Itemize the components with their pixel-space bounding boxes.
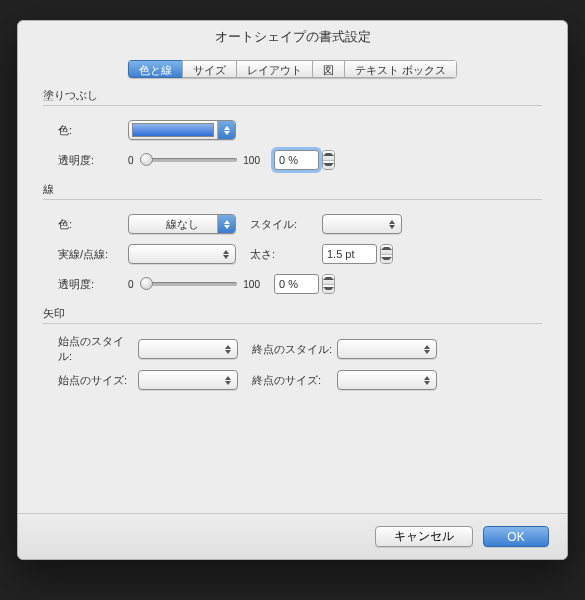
line-transparency-field[interactable]: 0 %: [274, 274, 319, 294]
tab-bar: 色と線 サイズ レイアウト 図 テキスト ボックス: [18, 60, 567, 78]
line-weight-field[interactable]: 1.5 pt: [322, 244, 377, 264]
dialog-title: オートシェイプの書式設定: [18, 21, 567, 46]
tab-color-line[interactable]: 色と線: [128, 60, 182, 78]
updown-icon: [383, 215, 401, 233]
fill-transparency-slider[interactable]: 0 100: [128, 155, 260, 166]
begin-size-popup[interactable]: [138, 370, 238, 390]
fill-color-swatch: [132, 123, 214, 137]
begin-size-label: 始点のサイズ:: [43, 373, 138, 388]
end-style-label: 終点のスタイル:: [252, 342, 337, 357]
end-style-popup[interactable]: [337, 339, 437, 359]
begin-style-label: 始点のスタイル:: [43, 334, 138, 364]
end-size-label: 終点のサイズ:: [252, 373, 337, 388]
updown-icon: [219, 371, 237, 389]
arrows-section-title: 矢印: [43, 306, 542, 321]
line-style-popup[interactable]: [322, 214, 402, 234]
line-color-label: 色:: [43, 217, 128, 232]
fill-section-title: 塗りつぶし: [43, 88, 542, 103]
dialog-footer: キャンセル OK: [18, 513, 567, 559]
fill-transparency-field[interactable]: 0 %: [274, 150, 319, 170]
updown-icon: [219, 340, 237, 358]
cancel-button[interactable]: キャンセル: [375, 526, 473, 547]
line-weight-stepper[interactable]: [380, 244, 393, 264]
updown-icon: [418, 371, 436, 389]
tab-size[interactable]: サイズ: [182, 60, 236, 78]
line-section-title: 線: [43, 182, 542, 197]
format-autoshape-dialog: オートシェイプの書式設定 色と線 サイズ レイアウト 図 テキスト ボックス 塗…: [17, 20, 568, 560]
tab-textbox[interactable]: テキスト ボックス: [344, 60, 457, 78]
line-weight-label: 太さ:: [250, 247, 322, 262]
updown-icon: [217, 245, 235, 263]
fill-transparency-stepper[interactable]: [322, 150, 335, 170]
tab-picture[interactable]: 図: [312, 60, 344, 78]
line-color-popup[interactable]: 線なし: [128, 214, 236, 234]
ok-button[interactable]: OK: [483, 526, 549, 547]
updown-icon: [418, 340, 436, 358]
fill-color-popup[interactable]: [128, 120, 236, 140]
line-transparency-stepper[interactable]: [322, 274, 335, 294]
updown-icon: [217, 215, 235, 233]
line-transparency-label: 透明度:: [43, 277, 128, 292]
line-dash-popup[interactable]: [128, 244, 236, 264]
fill-color-label: 色:: [43, 123, 128, 138]
line-dash-label: 実線/点線:: [43, 247, 128, 262]
begin-style-popup[interactable]: [138, 339, 238, 359]
tab-layout[interactable]: レイアウト: [236, 60, 312, 78]
end-size-popup[interactable]: [337, 370, 437, 390]
fill-transparency-label: 透明度:: [43, 153, 128, 168]
line-transparency-slider[interactable]: 0 100: [128, 279, 260, 290]
line-style-label: スタイル:: [250, 217, 322, 232]
slider-thumb[interactable]: [140, 153, 153, 166]
slider-thumb[interactable]: [140, 277, 153, 290]
updown-icon: [217, 121, 235, 139]
